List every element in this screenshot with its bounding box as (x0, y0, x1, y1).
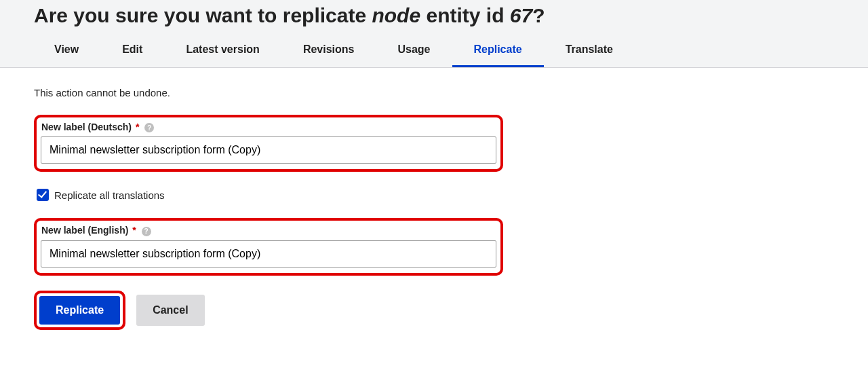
required-indicator: * (136, 122, 139, 132)
label-en: New label (English) * ? (41, 225, 496, 236)
main-content: This action cannot be undone. New label … (0, 68, 868, 357)
tab-translate[interactable]: Translate (544, 34, 635, 67)
title-entity-id: 67 (510, 4, 532, 26)
input-label-en[interactable] (41, 240, 496, 268)
title-suffix: ? (532, 4, 545, 26)
title-mid: entity id (420, 4, 510, 26)
label-de: New label (Deutsch) * ? (41, 122, 496, 132)
title-entity-type: node (372, 4, 420, 26)
label-en-text: New label (English) (41, 225, 128, 236)
tab-edit[interactable]: Edit (100, 34, 164, 67)
input-label-de[interactable] (41, 136, 496, 164)
required-indicator: * (132, 225, 136, 236)
label-de-text: New label (Deutsch) (41, 122, 132, 132)
tabs: View Edit Latest version Revisions Usage… (0, 34, 868, 67)
checkbox-label-replicate-translations: Replicate all translations (54, 189, 165, 201)
field-group-label-en: New label (English) * ? (34, 218, 503, 275)
cancel-button[interactable]: Cancel (136, 295, 204, 326)
form-actions: Replicate Cancel (34, 291, 834, 330)
help-icon[interactable]: ? (142, 227, 151, 236)
tab-latest-version[interactable]: Latest version (164, 34, 281, 67)
title-prefix: Are you sure you want to replicate (34, 4, 372, 26)
field-group-label-de: New label (Deutsch) * ? (34, 115, 503, 172)
primary-button-highlight: Replicate (34, 291, 125, 330)
help-icon[interactable]: ? (144, 123, 154, 132)
tab-usage[interactable]: Usage (376, 34, 452, 67)
checkbox-row-replicate-translations: Replicate all translations (34, 187, 834, 203)
tab-replicate[interactable]: Replicate (452, 34, 544, 67)
warning-text: This action cannot be undone. (34, 87, 834, 98)
tab-view[interactable]: View (33, 34, 100, 67)
tab-revisions[interactable]: Revisions (281, 34, 376, 67)
page-title: Are you sure you want to replicate node … (0, 4, 868, 34)
replicate-button[interactable]: Replicate (39, 296, 120, 325)
checkbox-replicate-translations[interactable] (37, 189, 49, 201)
